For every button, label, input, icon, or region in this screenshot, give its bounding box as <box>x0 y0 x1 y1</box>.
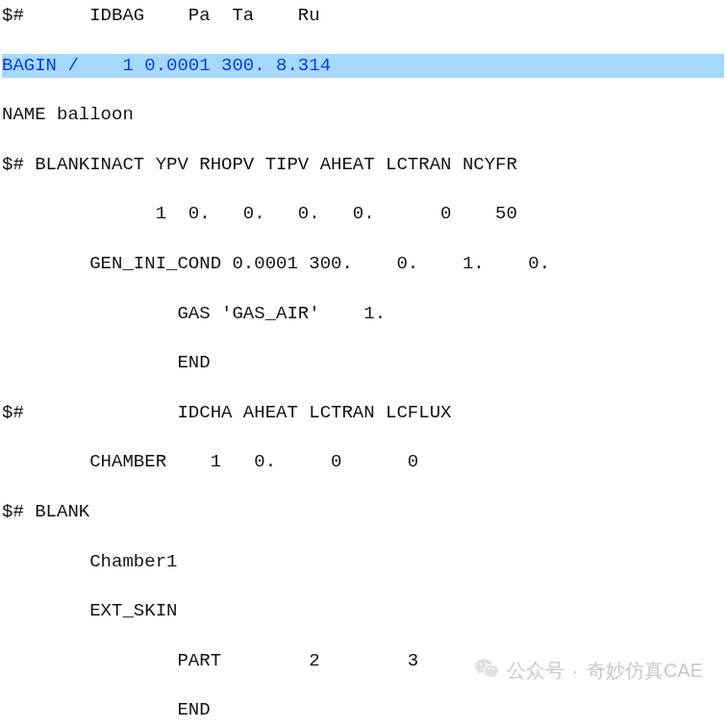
code-block: $# IDBAG Pa Ta Ru BAGIN / 1 0.0001 300. … <box>0 0 726 728</box>
code-line-highlighted: BAGIN / 1 0.0001 300. 8.314 <box>2 54 724 79</box>
code-line: GAS 'GAS_AIR' 1. <box>2 302 724 327</box>
code-line: END <box>2 351 724 376</box>
code-line: EXT_SKIN <box>2 599 724 624</box>
code-line: END <box>2 698 724 723</box>
code-line: $# BLANKINACT YPV RHOPV TIPV AHEAT LCTRA… <box>2 153 724 178</box>
code-line: Chamber1 <box>2 550 724 575</box>
code-line: PART 2 3 <box>2 649 724 674</box>
code-line: GEN_INI_COND 0.0001 300. 0. 1. 0. <box>2 252 724 277</box>
code-line: $# BLANK <box>2 500 724 525</box>
code-line: $# IDBAG Pa Ta Ru <box>2 4 724 29</box>
code-line: CHAMBER 1 0. 0 0 <box>2 450 724 475</box>
code-line: $# IDCHA AHEAT LCTRAN LCFLUX <box>2 401 724 426</box>
code-line: 1 0. 0. 0. 0. 0 50 <box>2 202 724 227</box>
code-line: NAME balloon <box>2 103 724 128</box>
